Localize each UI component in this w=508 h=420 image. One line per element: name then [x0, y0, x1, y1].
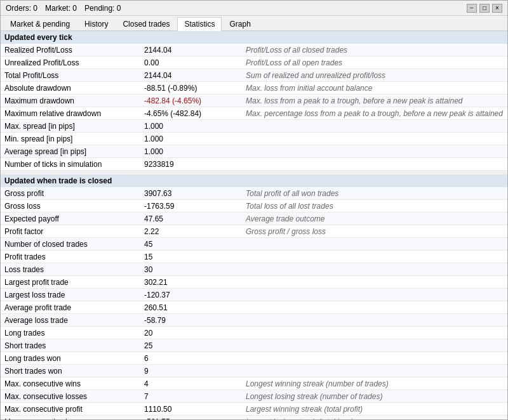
table-row: Long trades 20 — [1, 327, 507, 339]
stat-label: Loss trades — [1, 263, 140, 275]
stat-value: 20 — [140, 327, 242, 339]
stat-desc: Profit/Loss of all closed trades — [242, 44, 507, 56]
tab-graph[interactable]: Graph — [222, 17, 257, 30]
stat-value: -58.79 — [140, 314, 242, 326]
close-button[interactable]: × — [492, 4, 502, 13]
stat-label: Average loss trade — [1, 314, 140, 326]
stat-value: 25 — [140, 339, 242, 351]
table-row: Maximum relative drawdown -4.65% (-482.8… — [1, 107, 507, 120]
stat-value: 1110.50 — [140, 403, 242, 415]
table-row: Loss trades 30 — [1, 263, 507, 276]
table-row: Max. consecutive loss -561.75 Largest lo… — [1, 416, 507, 419]
stat-value: 2144.04 — [140, 69, 242, 81]
stat-label: Short trades won — [1, 365, 140, 377]
stat-desc — [242, 352, 507, 364]
stat-value: 15 — [140, 251, 242, 263]
stat-value: -4.65% (-482.84) — [140, 107, 242, 119]
stat-label: Realized Profit/Loss — [1, 44, 140, 56]
table-row: Unrealized Profit/Loss 0.00 Profit/Loss … — [1, 56, 507, 69]
stat-label: Profit factor — [1, 225, 140, 237]
stat-value: 9233819 — [140, 158, 242, 170]
table-row: Min. spread [in pips] 1.000 — [1, 133, 507, 145]
stat-desc — [242, 339, 507, 351]
minimize-button[interactable]: − — [467, 4, 477, 13]
stat-label: Unrealized Profit/Loss — [1, 56, 140, 69]
table-row: Short trades won 9 — [1, 365, 507, 377]
stat-label: Largest loss trade — [1, 289, 140, 301]
table-row: Number of closed trades 45 — [1, 238, 507, 251]
table-row: Gross loss -1763.59 Total loss of all lo… — [1, 200, 507, 213]
stat-value: 302.21 — [140, 276, 242, 288]
stat-desc — [242, 301, 507, 313]
stat-label: Expected payoff — [1, 213, 140, 225]
stat-desc: Average trade outcome — [242, 213, 507, 225]
maximize-button[interactable]: □ — [479, 4, 490, 13]
stat-value: 9 — [140, 365, 242, 377]
stat-desc: Sum of realized and unrealized profit/lo… — [242, 69, 507, 81]
stat-value: 2.22 — [140, 225, 242, 237]
table-row: Expected payoff 47.65 Average trade outc… — [1, 213, 507, 225]
stat-value: 1.000 — [140, 133, 242, 145]
stat-desc: Max. percentage loss from a peak to a tr… — [242, 107, 507, 119]
stat-desc — [242, 251, 507, 263]
stat-label: Long trades won — [1, 352, 140, 364]
table-row: Absolute drawdown -88.51 (-0.89%) Max. l… — [1, 82, 507, 95]
stat-label: Min. spread [in pips] — [1, 133, 140, 145]
window-controls: − □ × — [467, 4, 502, 13]
stat-label: Max. consecutive loss — [1, 416, 140, 419]
table-row: Max. consecutive profit 1110.50 Largest … — [1, 403, 507, 416]
table-row: Max. consecutive wins 4 Longest winning … — [1, 377, 507, 390]
stat-value: 4 — [140, 377, 242, 390]
stat-desc — [242, 133, 507, 145]
stat-desc — [242, 289, 507, 301]
market-label: Market: 0 — [45, 4, 77, 13]
stat-label: Gross profit — [1, 187, 140, 199]
stat-value: -561.75 — [140, 416, 242, 419]
stat-value: 47.65 — [140, 213, 242, 225]
stat-desc: Total profit of all won trades — [242, 187, 507, 199]
stat-label: Maximum drawdown — [1, 95, 140, 107]
tab-bar: Market & pending History Closed trades S… — [1, 16, 507, 31]
table-row: Profit trades 15 — [1, 251, 507, 263]
table-row: Average spread [in pips] 1.000 — [1, 145, 507, 158]
stat-desc — [242, 327, 507, 339]
section-header-tick: Updated every tick — [1, 31, 507, 44]
tab-history[interactable]: History — [77, 17, 115, 30]
stat-label: Largest profit trade — [1, 276, 140, 288]
stat-label: Total Profit/Loss — [1, 69, 140, 81]
tab-statistics[interactable]: Statistics — [177, 17, 222, 31]
stat-value: 260.51 — [140, 301, 242, 313]
stat-label: Profit trades — [1, 251, 140, 263]
stat-desc — [242, 263, 507, 275]
stat-desc: Longest winning streak (number of trades… — [242, 377, 507, 390]
stat-desc — [242, 314, 507, 326]
stat-label: Short trades — [1, 339, 140, 351]
title-bar-stats: Orders: 0 Market: 0 Pending: 0 — [6, 4, 121, 13]
stat-label: Max. consecutive losses — [1, 390, 140, 402]
stat-label: Number of ticks in simulation — [1, 158, 140, 170]
tab-closed-trades[interactable]: Closed trades — [116, 17, 177, 30]
stat-value: 3907.63 — [140, 187, 242, 199]
stat-label: Long trades — [1, 327, 140, 339]
stat-label: Average profit trade — [1, 301, 140, 313]
stat-desc: Max. loss from initial account balance — [242, 82, 507, 94]
stat-desc: Profit/Loss of all open trades — [242, 56, 507, 69]
section-header-closed: Updated when trade is closed — [1, 174, 507, 187]
stat-value: 45 — [140, 238, 242, 250]
stat-value: -482.84 (-4.65%) — [140, 95, 242, 107]
table-row: Maximum drawdown -482.84 (-4.65%) Max. l… — [1, 95, 507, 107]
stat-desc — [242, 365, 507, 377]
table-row: Max. consecutive losses 7 Longest losing… — [1, 390, 507, 403]
stat-label: Gross loss — [1, 200, 140, 212]
table-row: Short trades 25 — [1, 339, 507, 352]
stat-desc: Gross profit / gross loss — [242, 225, 507, 237]
table-row: Average loss trade -58.79 — [1, 314, 507, 327]
stat-label: Max. consecutive wins — [1, 377, 140, 390]
table-row: Gross profit 3907.63 Total profit of all… — [1, 187, 507, 200]
tab-market-pending[interactable]: Market & pending — [3, 17, 77, 30]
table-row: Realized Profit/Loss 2144.04 Profit/Loss… — [1, 44, 507, 56]
table-row: Long trades won 6 — [1, 352, 507, 365]
stat-value: -120.37 — [140, 289, 242, 301]
pending-label: Pending: 0 — [84, 4, 121, 13]
stat-desc: Longest losing streak (number of trades) — [242, 390, 507, 402]
